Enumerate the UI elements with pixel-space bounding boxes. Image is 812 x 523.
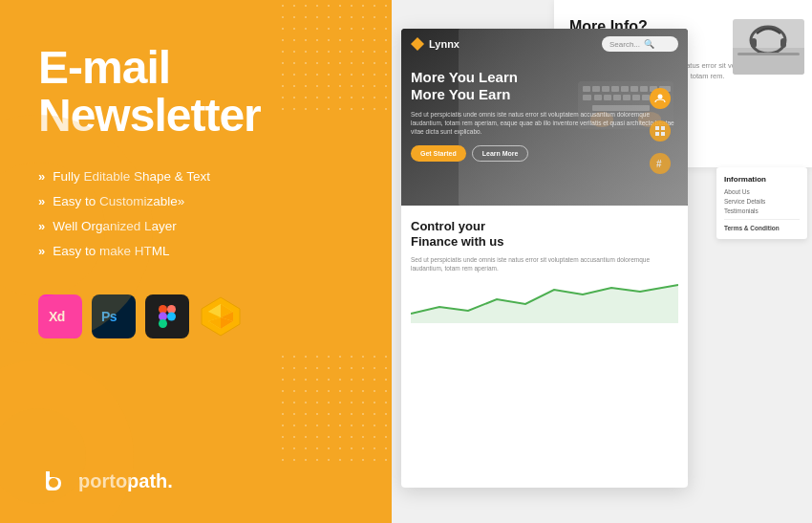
finance-title: Control your Finance with us	[411, 219, 678, 249]
hash-icon: #	[654, 158, 666, 169]
right-panel: More Info? Contact Us! Sed ut perspiciat…	[392, 0, 812, 523]
info-panel-title: Information	[724, 175, 800, 184]
svg-rect-47	[655, 132, 659, 136]
info-panel-terms[interactable]: Terms & Condition	[724, 225, 800, 231]
info-item-about[interactable]: About Us	[724, 188, 800, 195]
finance-description: Sed ut perspiciatis unde omnis iste natu…	[411, 255, 678, 272]
info-panel: Information About Us Service Details Tes…	[716, 167, 807, 239]
email-logo: Lynnx	[411, 37, 459, 51]
hero-description: Sed ut perspiciatis unde omnis iste natu…	[411, 110, 678, 136]
email-hero-content: More You Learn More You Earn Sed ut pers…	[401, 59, 688, 171]
svg-rect-22	[737, 53, 800, 55]
grid-icon	[654, 125, 666, 137]
float-circle-3: #	[650, 153, 671, 174]
svg-rect-46	[661, 126, 665, 130]
email-preview: Lynnx Search... 🔍 More You Learn More Yo…	[401, 29, 688, 488]
svg-point-6	[167, 312, 176, 320]
svg-rect-5	[159, 319, 167, 328]
svg-rect-18	[733, 48, 804, 75]
svg-text:#: #	[656, 159, 662, 169]
svg-rect-45	[655, 126, 659, 130]
svg-rect-20	[751, 38, 757, 48]
tool-figma-icon	[145, 294, 189, 338]
bg-dots-top	[277, 0, 392, 115]
float-circle-1	[650, 88, 671, 109]
hero-title: More You Learn More You Earn	[411, 69, 678, 103]
finance-chart	[411, 280, 678, 323]
contact-image	[733, 19, 804, 75]
search-icon: 🔍	[644, 39, 654, 49]
user-icon	[654, 93, 666, 104]
info-item-service[interactable]: Service Details	[724, 198, 800, 205]
email-search-bar[interactable]: Search... 🔍	[602, 36, 678, 52]
lynnx-logo-icon	[411, 37, 424, 51]
email-nav: Lynnx Search... 🔍	[401, 29, 688, 59]
orange-arc-1	[0, 360, 134, 523]
email-hero: Lynnx Search... 🔍 More You Learn More Yo…	[401, 29, 688, 206]
learn-more-button[interactable]: Learn More	[472, 145, 529, 162]
left-panel: E-mail Newsletter » Fully Editable Shape…	[0, 0, 392, 523]
hero-buttons: Get Started Learn More	[411, 145, 678, 162]
svg-rect-21	[780, 38, 786, 48]
float-circle-2	[650, 120, 671, 142]
svg-point-44	[658, 95, 663, 99]
info-panel-divider	[724, 219, 800, 220]
bg-dots-bottom	[277, 351, 392, 466]
svg-rect-48	[661, 132, 665, 136]
get-started-button[interactable]: Get Started	[411, 145, 466, 162]
info-item-testimonials[interactable]: Testimonials	[724, 207, 800, 214]
tool-sketch-icon	[199, 294, 243, 338]
email-finance-section: Control your Finance with us Sed ut pers…	[401, 206, 688, 337]
